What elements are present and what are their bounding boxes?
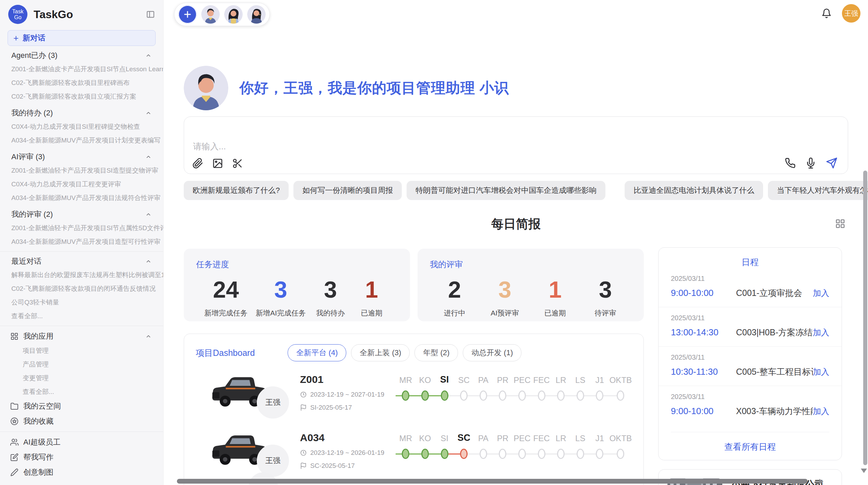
schedule-join-link[interactable]: 加入 (813, 288, 829, 299)
sidebar-item[interactable]: A034-全新新能源MUV产品开发项目计划变更表编写 (0, 134, 163, 147)
sidebar-item[interactable]: 查看全部... (0, 309, 163, 323)
user-avatar[interactable]: 王强 (842, 4, 860, 23)
sidebar-group: 我的评审 (2) Z001-全新燃油轻卡产品开发项目SI节点属性5D文件评审A0… (0, 208, 163, 249)
chevron-up-icon[interactable] (145, 333, 152, 339)
chevron-up-icon[interactable] (145, 154, 152, 160)
sidebar-app-item[interactable]: 变更管理 (0, 371, 163, 385)
sidebar-group-header[interactable]: 最近对话 (0, 254, 163, 268)
milestone-label: SI (440, 372, 449, 385)
milestone-label: OKTB (610, 372, 632, 385)
stat-metric: 3 我的待办 (314, 276, 347, 318)
project-row[interactable]: 王强 A034 2023-12-19 ~ 2026-01-19 SC-2025-… (184, 424, 643, 478)
sidebar-group-header[interactable]: 我的评审 (2) (0, 208, 163, 221)
greeting-block: 你好，王强，我是你的项目管理助理 小识 (184, 66, 509, 110)
milestone-node (617, 449, 624, 459)
agent-avatar-1[interactable] (201, 5, 220, 24)
schedule-join-link[interactable]: 加入 (813, 327, 829, 338)
dashboard-tab[interactable]: 动总开发 (1) (463, 344, 521, 361)
assistant-avatar (184, 66, 228, 110)
stat-value: 3 (489, 276, 521, 303)
sidebar-group-header[interactable]: Agent已办 (3) (0, 49, 163, 62)
horizontal-scrollbar-thumb[interactable] (177, 479, 808, 484)
suggestion-chip[interactable]: 如何写一份清晰的项目周报 (293, 181, 402, 200)
screenshot-scissors-icon[interactable] (232, 158, 243, 169)
schedule-entry: 2025/03/11 13:00-14:30 C003|H0B-方案冻结评审 加… (659, 307, 842, 346)
project-info: A034 2023-12-19 ~ 2026-01-19 SC-2025-05-… (300, 432, 386, 470)
sidebar-link[interactable]: 帮我写作 (0, 450, 163, 465)
sidebar-link[interactable]: 我的云空间 (0, 399, 163, 414)
sidebar-item[interactable]: Z001-全新燃油轻卡产品开发项目SI节点属性5D文件评审 (0, 221, 163, 235)
agent-avatar-3[interactable] (247, 5, 266, 24)
sidebar-item[interactable]: C0X4-动力总成开发项目工程变更评审 (0, 177, 163, 191)
schedule-join-link[interactable]: 加入 (813, 366, 829, 377)
send-icon[interactable] (826, 157, 837, 169)
sidebar-item[interactable]: C02-飞腾新能源轻客改款项目的闭环通告反馈情况 (0, 282, 163, 296)
milestone-node (460, 390, 468, 401)
voice-call-icon[interactable] (785, 158, 796, 169)
sidebar-group-header[interactable]: 我的待办 (2) (0, 106, 163, 120)
suggestion-chip[interactable]: 比亚迪全固态电池计划具体说了什么 (625, 181, 763, 200)
plus-icon: + (13, 34, 19, 42)
sidebar-group: Agent已办 (3) Z001-全新燃油皮卡产品开发项目SI节点Lesson … (0, 49, 163, 103)
agent-avatar-2[interactable] (224, 5, 243, 24)
suggestion-chip[interactable]: 欧洲新规最近颁布了什么? (184, 181, 289, 200)
schedule-event-name: C005-整车工程目标评审 (736, 366, 813, 377)
suggestion-chip[interactable]: 特朗普可能对进口汽车增税会对中国车企造成哪些影响 (407, 181, 605, 200)
view-all-schedule-link[interactable]: 查看所有日程 (671, 432, 829, 452)
sidebar-item[interactable]: C0X4-动力总成开发项目SI里程碑提交物检查 (0, 120, 163, 134)
project-row[interactable]: 王强 Z001 2023-12-19 ~ 2027-01-19 SI-2025-… (184, 365, 643, 420)
sidebar-link[interactable]: AI超级员工 (0, 435, 163, 450)
collapse-sidebar-icon[interactable] (146, 10, 155, 19)
sidebar-item[interactable]: C02-飞腾新能源轻客改款项目里程碑画布 (0, 76, 163, 90)
chevron-up-icon[interactable] (145, 52, 152, 59)
layout-grid-icon[interactable] (835, 219, 845, 229)
sidebar-item[interactable]: 解释最新出台的欧盟报废车法规再生塑料比例被调至15%... (0, 268, 163, 282)
chat-input-placeholder: 请输入... (193, 141, 226, 152)
sidebar-item[interactable]: A034-全新新能源MUV产品开发项目造型可行性评审 (0, 235, 163, 249)
sidebar-link[interactable]: 创意制图 (0, 465, 163, 480)
sidebar-group-title: AI评审 (3) (11, 152, 45, 162)
sidebar-app-item[interactable]: 查看全部... (0, 385, 163, 399)
sidebar-apps-header[interactable]: 我的应用 (0, 329, 163, 344)
sidebar-item[interactable]: 公司Q3轻卡销量 (0, 296, 163, 309)
stat-card-title: 我的评审 (430, 259, 630, 270)
add-agent-button[interactable] (178, 5, 197, 24)
notifications-bell-icon[interactable] (821, 8, 832, 18)
milestone-node (596, 390, 603, 401)
sidebar-item[interactable]: C02-飞腾新能源轻客改款项目立项汇报方案 (0, 90, 163, 103)
sidebar-app-item[interactable]: 项目管理 (0, 344, 163, 358)
vertical-scrollbar-thumb[interactable] (863, 171, 867, 465)
sidebar-group: 我的待办 (2) C0X4-动力总成开发项目SI里程碑提交物检查A034-全新新… (0, 106, 163, 147)
scroll-down-arrow[interactable] (861, 469, 867, 473)
scroll-right-arrow[interactable] (819, 479, 823, 484)
schedule-join-link[interactable]: 加入 (813, 406, 829, 417)
suggestion-chip[interactable]: 当下年轻人对汽车外观有怎样的喜好趋势 (768, 181, 868, 200)
milestone: PR (493, 372, 513, 413)
sidebar-item[interactable]: Z001-全新燃油轻卡产品开发项目SI造型提交物评审 (0, 164, 163, 177)
project-date-range: 2023-12-19 ~ 2027-01-19 (310, 391, 384, 398)
milestone-node (538, 390, 545, 401)
dashboard-tab[interactable]: 全新平台 (4) (288, 344, 346, 361)
sidebar-group: 最近对话 解释最新出台的欧盟报废车法规再生塑料比例被调至15%...C02-飞腾… (0, 254, 163, 323)
chevron-up-icon[interactable] (145, 110, 152, 116)
project-vehicle-image: 王强 (206, 369, 271, 416)
dashboard-tab[interactable]: 年型 (2) (414, 344, 458, 361)
new-chat-button[interactable]: + 新对话 (8, 30, 156, 46)
sidebar-item[interactable]: Z001-全新燃油皮卡产品开发项目SI节点Lesson Learn报告 (0, 62, 163, 76)
chat-input-box[interactable]: 请输入... (184, 116, 848, 174)
sidebar-group-header[interactable]: AI评审 (3) (0, 150, 163, 164)
schedule-time: 10:30-11:30 (671, 366, 728, 377)
sidebar-app-item[interactable]: 产品管理 (0, 358, 163, 371)
chevron-up-icon[interactable] (145, 258, 152, 264)
project-dashboard-card: 项目Dashboard 全新平台 (4)全新上装 (3)年型 (2)动总开发 (… (184, 334, 644, 485)
sidebar-link[interactable]: 我的收藏 (0, 414, 163, 429)
sidebar-item[interactable]: A034-全新新能源MUV产品开发项目法规符合性评审 (0, 191, 163, 205)
chevron-up-icon[interactable] (145, 211, 152, 217)
microphone-icon[interactable] (805, 158, 816, 169)
milestone-node (596, 449, 603, 459)
milestone-node (557, 449, 565, 459)
milestone: PEC (513, 430, 532, 471)
image-upload-icon[interactable] (212, 158, 223, 169)
attachment-icon[interactable] (192, 158, 203, 169)
dashboard-tab[interactable]: 全新上装 (3) (351, 344, 410, 361)
